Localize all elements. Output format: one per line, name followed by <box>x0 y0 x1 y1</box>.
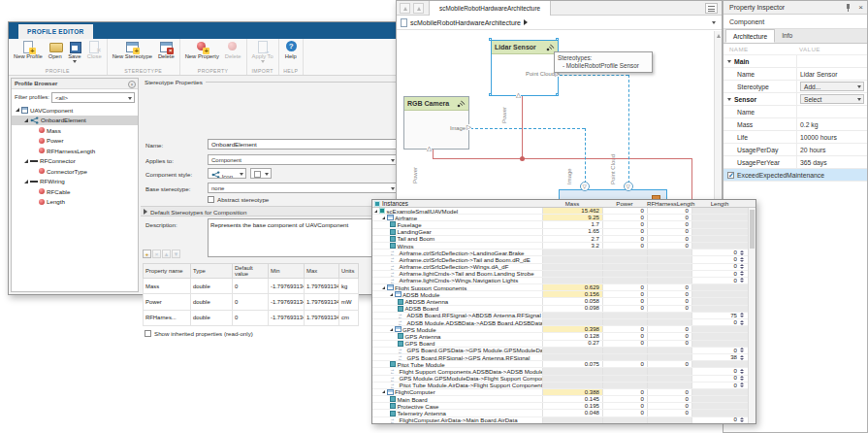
spinner-down-icon[interactable] <box>740 323 744 325</box>
instance-row[interactable]: Airframe.lightCmds->Tail and Boom.Landin… <box>372 271 748 278</box>
tree-item-mass[interactable]: Mass <box>12 125 138 136</box>
spinner-down-icon[interactable] <box>740 274 744 276</box>
instance-row[interactable]: ADSB Board.RFSignal->ABDSB Antenna.RFSig… <box>372 313 748 319</box>
length-spinner[interactable] <box>739 369 745 374</box>
length-spinner[interactable] <box>739 320 745 325</box>
length-spinner[interactable] <box>739 278 745 283</box>
instance-row[interactable]: GPS Board.GPSData->GPS Module.GPSModuleD… <box>372 348 748 354</box>
tab-architecture-model[interactable]: scMobileRobotHardwareArchitecture <box>429 1 551 16</box>
diagram-canvas[interactable]: RGB Camera Image ▷ △ Power Lidar Sensor … <box>397 31 714 208</box>
breadcrumb[interactable]: scMobileRobotHardwareArchitecture <box>410 19 521 26</box>
instance-row[interactable]: scExampleSmallUAVModel15.46200 <box>372 208 748 215</box>
tree-item-rfconnector[interactable]: RFConnector <box>12 156 138 167</box>
instance-row[interactable]: FlightComputer0.38800 <box>372 389 748 396</box>
save-button[interactable]: Save <box>65 39 84 63</box>
spinner-up-icon[interactable] <box>740 383 744 384</box>
instance-row[interactable]: ADSB Board0.09800 <box>372 306 748 313</box>
component-lidar-sensor[interactable]: Lidar Sensor Point Cloud <box>491 40 559 96</box>
panel-menu-icon[interactable]: × <box>128 81 136 88</box>
new-property-button[interactable]: New Property <box>182 39 222 59</box>
spinner-down-icon[interactable] <box>740 385 744 387</box>
applies-to-dropdown[interactable]: Component <box>208 154 398 165</box>
expander-icon[interactable] <box>24 159 28 163</box>
instance-row[interactable]: Pitot Tube Module0.07500 <box>372 361 748 368</box>
expander-icon[interactable] <box>16 108 19 112</box>
spinner-up-icon[interactable] <box>740 313 744 315</box>
spinner-up-icon[interactable] <box>740 250 744 252</box>
selection-handle[interactable] <box>489 38 492 41</box>
vertical-scrollbar[interactable] <box>748 208 755 423</box>
help-button[interactable]: Help <box>281 39 301 59</box>
expander-icon[interactable] <box>24 180 28 183</box>
expander-icon[interactable] <box>382 390 385 393</box>
instance-row[interactable]: FlightComputer.AirData->Main Board.AirDa… <box>372 417 748 423</box>
instance-row[interactable]: Pitot Tube Module.AirData->Flight Suppor… <box>372 383 748 389</box>
column-header-length[interactable]: Length <box>691 200 748 207</box>
point-cloud-connection-h[interactable] <box>560 75 628 76</box>
table-row[interactable]: Massdouble0-1.797693134...1.797693134...… <box>144 279 359 294</box>
column-header-power[interactable]: Power <box>602 200 647 207</box>
spinner-down-icon[interactable] <box>740 281 744 283</box>
length-spinner[interactable] <box>739 313 745 317</box>
spinner-up-icon[interactable] <box>740 278 744 280</box>
inspector-dropdown[interactable]: Add... <box>800 82 864 91</box>
spinner-up-icon[interactable] <box>740 271 744 273</box>
tab-info[interactable]: Info <box>775 29 799 43</box>
instance-row[interactable]: Airframe9.2500 <box>372 215 748 221</box>
spinner-up-icon[interactable] <box>740 257 744 259</box>
inspector-row-main[interactable]: Main <box>723 55 867 68</box>
instance-row[interactable]: GPS Board.RFSignal->GPS Antenna.RFSignal… <box>372 354 748 361</box>
new-profile-button[interactable]: New Profile <box>11 39 46 59</box>
length-spinner[interactable] <box>739 264 745 269</box>
instance-row[interactable]: GPS Board0.2700 <box>372 341 748 348</box>
tree-item-uavcomponent[interactable]: UAVComponent <box>12 105 138 116</box>
inspector-row-name[interactable]: Name <box>723 106 867 118</box>
instance-row[interactable]: Airframe.ctrlSrfcDeflection->Tail and Bo… <box>372 256 748 263</box>
table-column-header[interactable]: Max <box>305 264 339 279</box>
icon-style-dropdown[interactable]: Icon <box>208 168 246 179</box>
spinner-up-icon[interactable] <box>740 355 744 357</box>
length-spinner[interactable] <box>739 355 745 360</box>
expander-icon[interactable] <box>382 216 385 219</box>
spinner-up-icon[interactable] <box>740 320 744 322</box>
chevron-down-icon[interactable] <box>727 98 731 101</box>
tab-profile-editor[interactable]: PROFILE EDITOR <box>18 24 93 39</box>
delete-button[interactable]: Delete <box>222 39 244 59</box>
selection-handle[interactable] <box>556 93 559 96</box>
instance-row[interactable]: Airframe.ctrlSrfcDeflection->Wings.dA_dF… <box>372 264 748 271</box>
tree-item-connectortype[interactable]: ConnectorType <box>12 166 138 177</box>
input-port-icon[interactable]: △ <box>427 146 432 151</box>
instance-row[interactable]: Flight Support Components.ADSBData->ADSB… <box>372 368 748 375</box>
length-spinner[interactable] <box>739 417 745 422</box>
move-down-button[interactable]: ▼ <box>172 250 180 258</box>
open-button[interactable]: Open <box>46 39 65 59</box>
scrollbar-thumb[interactable] <box>750 210 755 249</box>
spinner-down-icon[interactable] <box>740 350 744 352</box>
image-connection-v[interactable] <box>585 128 586 183</box>
hamburger-menu-icon[interactable] <box>705 3 718 14</box>
spinner-down-icon[interactable] <box>740 420 744 422</box>
inspector-row-usageperday[interactable]: UsagePerDay20 hours <box>723 144 867 156</box>
instance-row[interactable]: LandingGear1.6500 <box>372 229 748 236</box>
table-column-header[interactable]: Type <box>191 264 233 279</box>
instance-row[interactable]: Wings3.200 <box>372 243 748 250</box>
instance-row[interactable]: Fuselage1.700 <box>372 221 748 228</box>
abstract-stereotype-checkbox[interactable] <box>208 196 214 203</box>
instance-row[interactable]: Airframe.lightCmds->Wings.Navigation Lig… <box>372 278 748 284</box>
spinner-up-icon[interactable] <box>740 369 744 371</box>
instance-row[interactable]: ADSB Module0.15600 <box>372 291 748 298</box>
power-bus-horizontal[interactable] <box>433 158 692 159</box>
color-style-dropdown[interactable] <box>250 168 272 179</box>
chevron-down-icon[interactable] <box>727 60 731 63</box>
inspector-row-exceedexpectedmaintenance[interactable]: ✓ExceedExpectedMaintenance <box>723 169 867 182</box>
selection-handle[interactable] <box>556 38 559 41</box>
length-spinner[interactable] <box>739 271 745 276</box>
spinner-down-icon[interactable] <box>740 316 744 317</box>
add-property-button[interactable]: + <box>143 250 151 258</box>
delete-property-button[interactable]: × <box>152 250 161 258</box>
output-port-icon[interactable]: ▷ <box>466 124 471 130</box>
close-button[interactable]: Close <box>84 39 105 59</box>
table-column-header[interactable]: Units <box>339 264 359 279</box>
move-up-button[interactable]: ▲ <box>162 250 171 258</box>
input-port-icon[interactable]: △ <box>516 92 521 98</box>
